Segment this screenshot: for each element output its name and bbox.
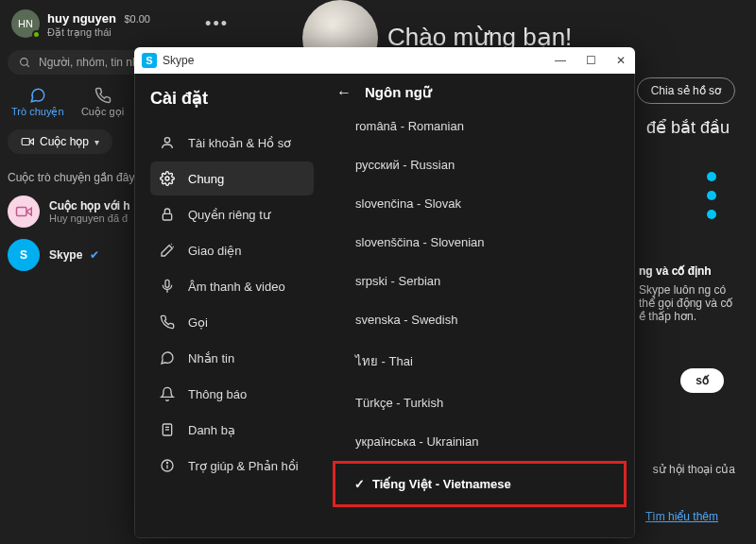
language-option-slovak[interactable]: slovenčina - Slovak bbox=[336, 184, 623, 223]
settings-item-contacts[interactable]: Danh bạ bbox=[150, 413, 314, 447]
start-text: để bắt đầu bbox=[646, 117, 730, 138]
meeting-button[interactable]: Cuộc họp ▾ bbox=[8, 129, 112, 154]
carousel-dots bbox=[707, 172, 716, 229]
message-icon bbox=[160, 350, 177, 366]
profile-name: huy nguyen bbox=[47, 11, 116, 26]
settings-item-calling[interactable]: Gọi bbox=[150, 305, 314, 339]
chevron-down-icon: ▾ bbox=[94, 137, 99, 147]
settings-label: Quyền riêng tư bbox=[188, 208, 270, 222]
language-option-russian[interactable]: русский - Russian bbox=[336, 145, 623, 184]
svg-point-16 bbox=[165, 177, 169, 180]
avatar[interactable]: HN bbox=[11, 9, 40, 38]
tab-chats-label: Trò chuyện bbox=[11, 106, 64, 118]
language-option-label: Tiếng Việt - Vietnamese bbox=[372, 477, 511, 491]
video-icon bbox=[21, 135, 34, 148]
skype-logo-icon: S bbox=[142, 53, 157, 68]
svg-rect-13 bbox=[17, 208, 27, 216]
settings-item-account[interactable]: Tài khoản & Hồ sơ bbox=[150, 126, 314, 160]
chat-item-title: Cuộc họp với h bbox=[49, 199, 130, 212]
lock-icon bbox=[160, 207, 177, 222]
maximize-button[interactable]: ☐ bbox=[584, 54, 597, 67]
settings-label: Tài khoản & Hồ sơ bbox=[188, 136, 291, 150]
tab-chats[interactable]: Trò chuyện bbox=[11, 87, 64, 118]
language-option-romanian[interactable]: română - Romanian bbox=[336, 107, 623, 145]
more-menu-button[interactable]: ••• bbox=[199, 14, 234, 34]
svg-point-15 bbox=[164, 138, 169, 143]
window-titlebar: S Skype ― ☐ ✕ bbox=[134, 47, 635, 74]
chat-item-sub: Huy nguyen đã đ bbox=[49, 212, 130, 224]
svg-rect-17 bbox=[163, 213, 171, 220]
profile-balance: $0.00 bbox=[124, 13, 150, 25]
settings-item-audio-video[interactable]: Âm thanh & video bbox=[150, 269, 314, 303]
settings-item-general[interactable]: Chung bbox=[150, 162, 314, 196]
language-option-vietnamese[interactable]: ✓Tiếng Việt - Vietnamese bbox=[333, 461, 627, 507]
language-option-swedish[interactable]: svenska - Swedish bbox=[336, 300, 623, 339]
learn-more-link[interactable]: Tìm hiểu thêm bbox=[645, 510, 718, 523]
check-icon: ✓ bbox=[354, 477, 365, 491]
settings-item-appearance[interactable]: Giao diện bbox=[150, 233, 314, 267]
language-option-slovenian[interactable]: slovenščina - Slovenian bbox=[336, 223, 623, 262]
language-option-turkish[interactable]: Türkçe - Turkish bbox=[336, 383, 623, 422]
settings-item-help[interactable]: Trợ giúp & Phản hồi bbox=[150, 449, 314, 483]
search-icon bbox=[19, 57, 31, 69]
info-icon bbox=[160, 458, 177, 473]
contacts-icon bbox=[160, 422, 177, 437]
chat-item-title: Skype bbox=[49, 248, 82, 262]
mic-icon bbox=[160, 279, 177, 294]
feature-title: ng và cố định bbox=[639, 264, 733, 278]
avatar-initials: HN bbox=[18, 18, 33, 29]
settings-label: Trợ giúp & Phản hồi bbox=[188, 459, 299, 473]
phone-icon bbox=[94, 87, 112, 104]
profile-status[interactable]: Đặt trạng thái bbox=[47, 26, 150, 38]
svg-marker-12 bbox=[29, 139, 33, 144]
gear-icon bbox=[160, 171, 177, 186]
meeting-label: Cuộc họp bbox=[40, 135, 89, 148]
svg-point-25 bbox=[166, 462, 167, 463]
window-title: Skype bbox=[163, 54, 194, 67]
wand-icon bbox=[160, 243, 177, 258]
verified-icon: ✔ bbox=[90, 248, 99, 262]
tab-calls[interactable]: Cuộc gọi bbox=[77, 87, 129, 118]
meeting-avatar bbox=[8, 196, 40, 228]
svg-marker-14 bbox=[26, 208, 31, 215]
close-button[interactable]: ✕ bbox=[614, 54, 627, 67]
minimize-button[interactable]: ― bbox=[554, 54, 567, 67]
svg-rect-18 bbox=[165, 280, 169, 287]
settings-item-privacy[interactable]: Quyền riêng tư bbox=[150, 197, 314, 231]
share-profile-button[interactable]: Chia sẻ hồ sơ bbox=[637, 77, 735, 104]
person-icon bbox=[160, 135, 177, 150]
svg-point-0 bbox=[21, 58, 28, 65]
settings-label: Gọi bbox=[188, 315, 208, 330]
history-text: sử hội thoại của bbox=[653, 463, 735, 476]
settings-label: Âm thanh & video bbox=[188, 280, 285, 294]
bell-icon bbox=[160, 386, 177, 401]
number-button[interactable]: số bbox=[680, 368, 724, 393]
svg-rect-11 bbox=[22, 139, 29, 145]
settings-item-notifications[interactable]: Thông báo bbox=[150, 377, 314, 411]
settings-item-messaging[interactable]: Nhắn tin bbox=[150, 341, 314, 375]
settings-dialog: Cài đặt Tài khoản & Hồ sơ Chung Quyền ri… bbox=[134, 47, 635, 538]
chat-icon bbox=[29, 87, 46, 104]
presence-dot bbox=[32, 30, 41, 39]
settings-label: Chung bbox=[188, 172, 224, 186]
language-option-ukrainian[interactable]: українська - Ukrainian bbox=[336, 422, 623, 461]
phone-icon bbox=[160, 314, 177, 330]
settings-label: Giao diện bbox=[188, 244, 241, 258]
svg-line-1 bbox=[26, 64, 29, 67]
tab-calls-label: Cuộc gọi bbox=[81, 106, 124, 118]
language-pane-title: Ngôn ngữ bbox=[365, 84, 432, 101]
settings-label: Nhắn tin bbox=[188, 351, 234, 366]
settings-heading: Cài đặt bbox=[150, 88, 314, 109]
language-option-thai[interactable]: ไทย - Thai bbox=[336, 339, 623, 383]
skype-avatar: S bbox=[8, 239, 40, 271]
language-option-serbian[interactable]: srpski - Serbian bbox=[336, 262, 623, 300]
settings-label: Thông báo bbox=[188, 387, 247, 401]
feature-text: Skype luôn ng có thể gọi động và cố ề th… bbox=[639, 283, 733, 323]
settings-label: Danh bạ bbox=[188, 423, 235, 437]
back-button[interactable]: ← bbox=[336, 84, 352, 101]
